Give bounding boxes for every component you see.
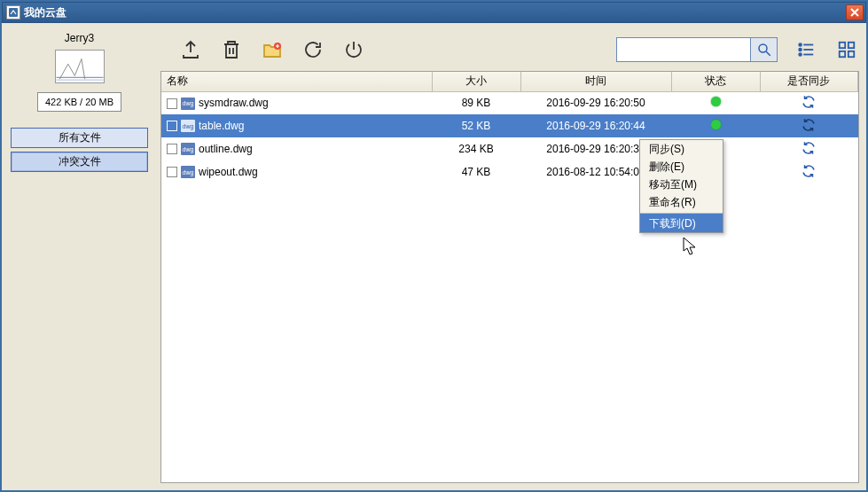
delete-icon[interactable] (219, 37, 244, 62)
list-view-icon[interactable] (794, 37, 818, 62)
file-name: table.dwg (199, 120, 244, 132)
sync-cell[interactable] (760, 160, 858, 184)
sync-cell[interactable] (760, 91, 858, 114)
file-name: wipeout.dwg (199, 166, 258, 178)
svg-point-6 (799, 43, 802, 46)
context-menu-item[interactable]: 下载到(D) (640, 213, 723, 232)
context-menu-item[interactable]: 删除(E) (640, 158, 723, 176)
close-button[interactable] (846, 4, 864, 20)
sidebar-btn-label: 所有文件 (59, 130, 101, 145)
sync-cell[interactable] (760, 137, 858, 160)
svg-point-10 (799, 53, 802, 56)
svg-rect-14 (840, 51, 845, 57)
search-button[interactable] (750, 38, 777, 61)
status-dot-green (711, 120, 721, 129)
table-row[interactable]: dwgwipeout.dwg47 KB2016-08-12 10:54:09 (161, 160, 858, 184)
toolbar (160, 28, 859, 71)
context-menu-item[interactable]: 同步(S) (640, 140, 723, 158)
file-status (671, 91, 760, 114)
dwg-file-icon: dwg (181, 143, 195, 155)
file-size: 234 KB (432, 137, 520, 160)
col-size[interactable]: 大小 (432, 72, 520, 91)
username-label: Jerry3 (65, 32, 94, 44)
svg-rect-15 (848, 51, 854, 57)
row-checkbox[interactable] (167, 98, 177, 109)
file-time: 2016-09-29 16:20:44 (520, 114, 671, 137)
row-checkbox[interactable] (167, 121, 177, 131)
power-icon[interactable] (341, 37, 366, 62)
file-size: 52 KB (432, 114, 520, 137)
col-time[interactable]: 时间 (520, 72, 671, 91)
file-name: sysmdraw.dwg (199, 97, 269, 109)
storage-label: 422 KB / 20 MB (37, 92, 121, 112)
window-title: 我的云盘 (24, 5, 66, 20)
svg-rect-0 (9, 8, 18, 17)
table-row[interactable]: dwgtable.dwg52 KB2016-09-29 16:20:44 (161, 114, 858, 137)
search-box (616, 37, 778, 62)
context-menu-item[interactable]: 重命名(R) (640, 193, 723, 211)
new-folder-icon[interactable] (260, 37, 285, 62)
sidebar: Jerry3 422 KB / 20 MB 所有文件 冲突文件 (2, 23, 157, 490)
svg-rect-13 (848, 43, 854, 48)
file-size: 47 KB (432, 160, 520, 184)
file-status (671, 114, 760, 137)
dwg-file-icon: dwg (181, 98, 195, 110)
svg-point-8 (799, 49, 802, 51)
grid-view-icon[interactable] (834, 37, 859, 62)
file-size: 89 KB (432, 91, 520, 114)
file-table: 名称 大小 时间 状态 是否同步 dwgsysmdraw.dwg89 KB201… (161, 72, 858, 184)
file-table-wrap: 名称 大小 时间 状态 是否同步 dwgsysmdraw.dwg89 KB201… (160, 71, 859, 483)
sidebar-btn-label: 冲突文件 (59, 154, 101, 169)
col-name[interactable]: 名称 (161, 72, 432, 91)
upload-icon[interactable] (178, 37, 203, 62)
sync-cell[interactable] (760, 114, 858, 137)
svg-rect-12 (840, 43, 845, 48)
file-time: 2016-09-29 16:20:50 (520, 91, 671, 114)
svg-point-5 (759, 44, 767, 52)
sidebar-btn-conflict-files[interactable]: 冲突文件 (11, 152, 148, 172)
sidebar-btn-all-files[interactable]: 所有文件 (11, 128, 148, 148)
context-menu-item[interactable]: 移动至(M) (640, 176, 723, 193)
dwg-file-icon: dwg (181, 120, 195, 132)
table-row[interactable]: dwgoutline.dwg234 KB2016-09-29 16:20:38 (161, 137, 858, 160)
table-row[interactable]: dwgsysmdraw.dwg89 KB2016-09-29 16:20:50 (161, 91, 858, 114)
col-status[interactable]: 状态 (671, 72, 760, 91)
col-sync[interactable]: 是否同步 (760, 72, 858, 91)
file-name: outline.dwg (199, 143, 253, 155)
row-checkbox[interactable] (167, 167, 177, 177)
row-checkbox[interactable] (167, 144, 177, 154)
titlebar: 我的云盘 (2, 2, 866, 23)
search-input[interactable] (617, 38, 750, 61)
refresh-icon[interactable] (301, 37, 325, 62)
status-dot-green (711, 97, 721, 106)
preview-thumbnail (55, 50, 105, 83)
context-menu: 同步(S)删除(E)移动至(M)重命名(R)下载到(D) (639, 139, 723, 233)
app-icon (6, 5, 20, 20)
dwg-file-icon: dwg (181, 166, 195, 178)
